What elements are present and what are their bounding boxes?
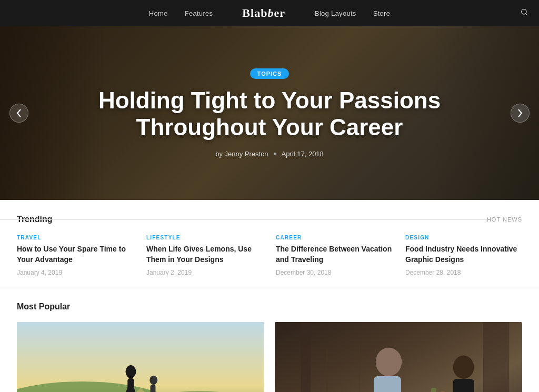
- list-item: CAREER The Difference Between Vacation a…: [276, 235, 393, 276]
- hero-next-button[interactable]: [511, 104, 530, 123]
- trending-category: CAREER: [276, 235, 393, 240]
- nav-features[interactable]: Features: [185, 9, 213, 17]
- trending-category: LIFESTYLE: [146, 235, 263, 240]
- svg-point-12: [149, 376, 157, 385]
- most-popular-section: Most Popular: [0, 287, 539, 392]
- popular-card[interactable]: [275, 322, 522, 392]
- hero-title: Holding Tight to Your Passions Throughou…: [42, 87, 497, 140]
- svg-rect-2: [17, 322, 264, 392]
- trending-date: December 30, 2018: [276, 269, 393, 276]
- nav-store[interactable]: Store: [373, 9, 391, 17]
- nav-home[interactable]: Home: [149, 9, 168, 17]
- hero-section: TOPICS Holding Tight to Your Passions Th…: [0, 26, 539, 200]
- trending-section: Trending HOT NEWS TRAVEL How to Use Your…: [0, 200, 539, 287]
- popular-grid: [17, 322, 522, 392]
- hero-meta-separator: [274, 153, 276, 155]
- trending-grid: TRAVEL How to Use Your Spare Time to You…: [17, 235, 522, 276]
- svg-point-0: [522, 9, 526, 14]
- svg-rect-21: [301, 323, 311, 392]
- svg-rect-13: [151, 385, 156, 392]
- trending-category: DESIGN: [405, 235, 522, 240]
- nav-links: Home Features Blabber Blog Layouts Store: [149, 6, 391, 20]
- hero-content: TOPICS Holding Tight to Your Passions Th…: [0, 68, 539, 158]
- hero-author: by Jenny Preston: [215, 150, 268, 158]
- svg-line-1: [526, 14, 527, 15]
- hero-date: April 17, 2018: [282, 150, 324, 158]
- hero-badge[interactable]: TOPICS: [250, 68, 290, 79]
- trending-item-title[interactable]: How to Use Your Spare Time to Your Advan…: [17, 244, 134, 265]
- svg-point-6: [126, 365, 136, 378]
- hero-prev-button[interactable]: [9, 104, 28, 123]
- svg-point-23: [376, 348, 402, 376]
- navigation: Home Features Blabber Blog Layouts Store: [0, 0, 539, 26]
- svg-rect-24: [374, 376, 401, 392]
- trending-item-title[interactable]: The Difference Between Vacation and Trav…: [276, 244, 393, 265]
- svg-rect-22: [483, 322, 509, 392]
- trending-title: Trending: [17, 215, 63, 224]
- trending-header: Trending HOT NEWS: [17, 215, 522, 224]
- popular-card[interactable]: [17, 322, 264, 392]
- list-item: DESIGN Food Industry Needs Innovative Gr…: [405, 235, 522, 276]
- nav-blog-layouts[interactable]: Blog Layouts: [315, 9, 356, 17]
- trending-category: TRAVEL: [17, 235, 134, 240]
- hot-news-label: HOT NEWS: [487, 216, 522, 223]
- list-item: TRAVEL How to Use Your Spare Time to You…: [17, 235, 134, 276]
- list-item: LIFESTYLE When Life Gives Lemons, Use Th…: [146, 235, 263, 276]
- trending-date: January 4, 2019: [17, 269, 134, 276]
- trending-date: December 28, 2018: [405, 269, 522, 276]
- most-popular-title: Most Popular: [17, 302, 522, 311]
- site-logo: Blabber: [242, 6, 285, 20]
- trending-item-title[interactable]: When Life Gives Lemons, Use Them in Your…: [146, 244, 263, 265]
- search-icon[interactable]: [520, 8, 528, 18]
- svg-rect-26: [453, 379, 474, 392]
- hero-meta: by Jenny Preston April 17, 2018: [42, 150, 497, 158]
- trending-date: January 2, 2019: [146, 269, 263, 276]
- svg-point-25: [453, 356, 474, 379]
- trending-item-title[interactable]: Food Industry Needs Innovative Graphic D…: [405, 244, 522, 265]
- svg-rect-29: [431, 388, 436, 392]
